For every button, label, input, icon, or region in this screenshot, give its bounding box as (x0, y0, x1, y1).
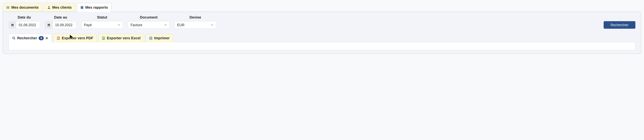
svg-rect-20 (12, 25, 12, 25)
document-group: Document Facture (128, 15, 170, 29)
sub-tab-print[interactable]: Imprimer (146, 34, 173, 42)
search-icon (12, 36, 16, 40)
svg-rect-14 (81, 8, 82, 9)
chevron-down-icon (211, 24, 214, 26)
sub-tab-label: Exporter vers Excel (107, 36, 140, 40)
date-from-group: Date du 01.06.2022 (8, 15, 40, 29)
status-select[interactable]: Payé (81, 21, 123, 29)
tab-label: Mes clients (52, 5, 72, 10)
svg-rect-31 (49, 25, 50, 25)
tab-clients[interactable]: Mes clients (44, 3, 75, 12)
svg-rect-18 (12, 24, 12, 24)
close-icon[interactable] (45, 37, 48, 40)
svg-point-6 (48, 6, 50, 7)
sub-tabs: Rechercher 3 Exporter vers PDF (8, 34, 636, 42)
date-to-value: 15.09.2022 (52, 21, 76, 29)
tab-documents[interactable]: Mes documents (3, 3, 42, 12)
date-from-label: Date du (18, 15, 31, 20)
svg-rect-28 (49, 24, 50, 24)
date-from-input[interactable]: 01.06.2022 (8, 21, 40, 29)
main-tabs: Mes documents Mes clients Mes rapports (3, 3, 641, 12)
search-count-badge: 3 (39, 36, 44, 40)
sub-tab-label: Exporter vers PDF (62, 36, 93, 40)
calendar-icon (80, 6, 84, 9)
status-group: Statut Payé (81, 15, 123, 29)
printer-icon (149, 36, 152, 40)
svg-point-3 (7, 7, 7, 7)
svg-rect-43 (150, 38, 152, 40)
svg-rect-8 (81, 7, 83, 9)
date-to-label: Date au (54, 15, 67, 20)
svg-rect-29 (48, 25, 48, 25)
sub-tab-export-pdf[interactable]: Exporter vers PDF (53, 34, 97, 42)
svg-rect-22 (13, 25, 13, 25)
svg-rect-25 (13, 26, 13, 26)
svg-rect-11 (81, 8, 82, 8)
svg-rect-15 (82, 8, 82, 9)
svg-rect-24 (12, 26, 12, 26)
svg-rect-19 (13, 24, 13, 24)
excel-file-icon (102, 36, 105, 40)
results-area (8, 42, 636, 50)
svg-rect-10 (82, 6, 83, 7)
svg-line-36 (14, 39, 15, 39)
document-select[interactable]: Facture (128, 21, 170, 29)
svg-point-4 (7, 7, 7, 8)
svg-rect-9 (81, 6, 82, 7)
svg-point-5 (7, 8, 7, 9)
calendar-icon (9, 21, 16, 29)
tab-label: Mes documents (12, 5, 39, 10)
filter-row: Date du 01.06.2022 Date au (8, 15, 636, 29)
svg-rect-30 (48, 25, 49, 25)
status-label: Statut (97, 15, 107, 20)
chevron-down-icon (118, 24, 120, 26)
sub-tab-search[interactable]: Rechercher 3 (8, 34, 52, 42)
date-to-input[interactable]: 15.09.2022 (45, 21, 76, 29)
currency-select[interactable]: EUR (174, 21, 216, 29)
document-label: Document (140, 15, 158, 20)
list-icon (6, 6, 10, 9)
svg-rect-23 (12, 26, 12, 26)
sub-tab-export-excel[interactable]: Exporter vers Excel (98, 34, 144, 42)
pdf-file-icon (57, 36, 60, 40)
currency-label: Devise (190, 15, 201, 20)
svg-rect-13 (82, 8, 83, 8)
date-from-value: 01.06.2022 (16, 21, 40, 29)
document-value: Facture (130, 23, 142, 27)
currency-value: EUR (177, 23, 184, 27)
reports-panel: Date du 01.06.2022 Date au (3, 12, 641, 54)
sub-tab-label: Imprimer (154, 36, 170, 40)
sub-tab-label: Rechercher (17, 36, 37, 40)
user-tie-icon (47, 6, 51, 9)
search-button[interactable]: Rechercher (604, 21, 636, 29)
calendar-icon (45, 21, 52, 29)
chevron-down-icon (164, 24, 167, 26)
tab-reports[interactable]: Mes rapports (77, 3, 112, 12)
svg-rect-21 (12, 25, 12, 25)
svg-rect-32 (48, 26, 48, 26)
currency-group: Devise EUR (174, 15, 216, 29)
date-to-group: Date au 15.09.2022 (45, 15, 76, 29)
svg-rect-16 (82, 8, 83, 9)
svg-rect-33 (48, 26, 49, 26)
status-value: Payé (84, 23, 92, 27)
svg-rect-27 (48, 24, 48, 24)
svg-rect-12 (82, 8, 82, 8)
tab-label: Mes rapports (85, 5, 108, 10)
svg-rect-34 (49, 26, 50, 26)
